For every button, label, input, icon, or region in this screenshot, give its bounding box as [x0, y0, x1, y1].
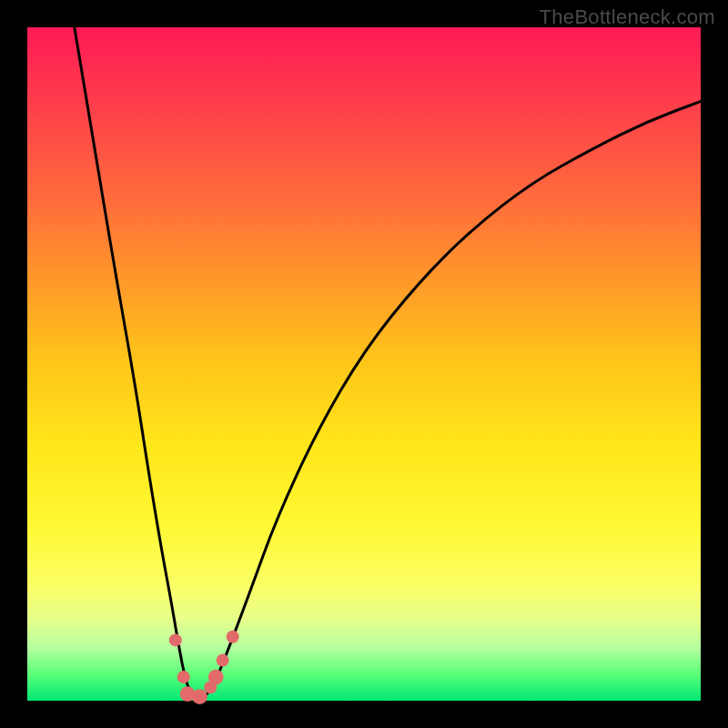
curve-marker: [177, 671, 190, 683]
curve-marker: [208, 670, 224, 685]
curve-markers: [169, 631, 239, 704]
curve-marker: [217, 654, 229, 667]
curve-marker: [192, 689, 207, 704]
curve-marker: [227, 631, 239, 643]
watermark-label: TheBottleneck.com: [540, 5, 715, 29]
curve-layer: [27, 27, 701, 701]
chart-frame: TheBottleneck.com: [0, 0, 728, 728]
curve-marker: [169, 633, 182, 646]
bottleneck-curve: [75, 27, 701, 697]
plot-area: [27, 27, 701, 701]
